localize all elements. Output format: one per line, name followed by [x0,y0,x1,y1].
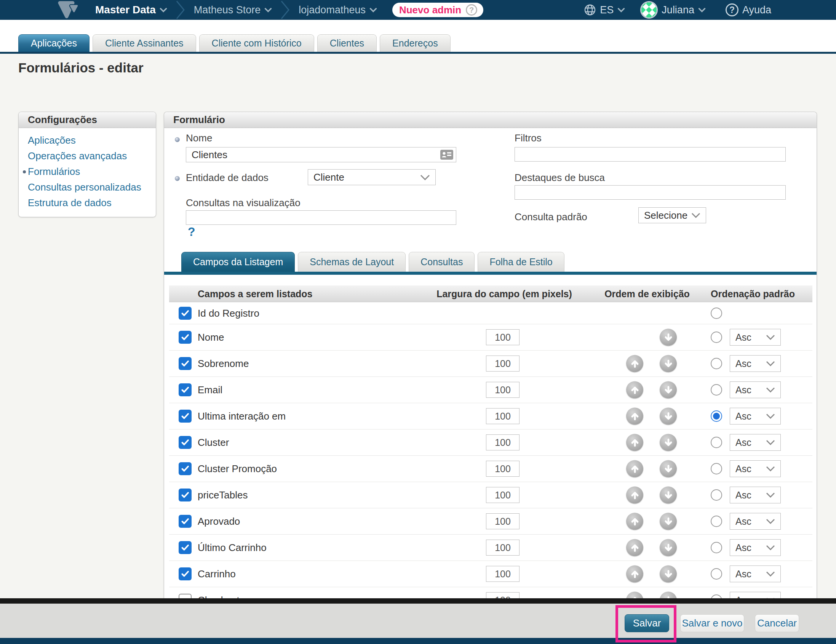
field-checkbox[interactable] [179,594,191,598]
move-up-button[interactable] [626,566,643,583]
destaques-input[interactable] [514,185,786,200]
consultas-input[interactable] [186,210,456,225]
default-sort-radio[interactable] [711,542,722,553]
field-width-input[interactable] [486,592,519,598]
default-sort-radio[interactable] [711,437,722,448]
move-down-button[interactable] [660,355,677,372]
field-checkbox[interactable] [179,383,191,396]
move-down-button[interactable] [660,487,677,504]
default-sort-radio[interactable] [711,568,722,580]
move-up-button[interactable] [626,408,643,425]
default-sort-radio[interactable] [711,358,722,369]
move-up-button[interactable] [626,381,643,399]
move-down-button[interactable] [660,513,677,530]
sort-direction-select[interactable]: Asc [730,592,781,598]
default-sort-radio[interactable] [711,516,722,527]
move-down-button[interactable] [660,566,677,583]
help-circle-icon[interactable]: ? [466,4,477,16]
move-up-button[interactable] [626,460,643,477]
tab-campos-da-listagem[interactable]: Campos da Listagem [181,252,295,272]
field-width-input[interactable] [486,513,519,529]
default-sort-radio[interactable] [711,463,722,474]
tab-cliente-com-historico[interactable]: Cliente com Histórico [199,34,314,52]
move-down-button[interactable] [660,434,677,451]
field-checkbox[interactable] [179,410,191,423]
sidebar-item-formularios[interactable]: Formulários [19,164,156,180]
default-sort-radio[interactable] [711,384,722,396]
move-down-button[interactable] [660,329,677,346]
field-width-input[interactable] [486,435,519,450]
field-checkbox[interactable] [179,567,191,580]
sort-direction-select[interactable]: Asc [730,487,781,503]
default-sort-radio[interactable] [711,489,722,501]
tab-clientes[interactable]: Clientes [317,34,377,52]
move-up-button[interactable] [626,434,643,451]
sidebar-item-aplicacoes[interactable]: Aplicações [19,132,156,148]
sort-direction-select[interactable]: Asc [730,460,781,477]
move-down-button[interactable] [660,592,677,599]
tab-aplicacoes[interactable]: Aplicações [18,34,90,52]
field-width-input[interactable] [486,461,519,477]
move-down-button[interactable] [660,381,677,399]
sidebar-item-consultas-personalizadas[interactable]: Consultas personalizadas [19,180,156,195]
field-checkbox[interactable] [179,462,191,475]
breadcrumb-store[interactable]: Matheus Store [194,4,272,16]
field-width-input[interactable] [486,329,519,345]
sidebar-item-operacoes-avancadas[interactable]: Operações avançadas [19,148,156,164]
field-width-input[interactable] [486,539,519,556]
move-down-button[interactable] [660,460,677,477]
move-down-button[interactable] [660,408,677,425]
field-checkbox[interactable] [179,489,191,502]
field-checkbox[interactable] [179,331,191,344]
default-sort-radio[interactable] [711,332,722,343]
sort-direction-select[interactable]: Asc [730,434,781,451]
move-down-button[interactable] [660,539,677,556]
sort-direction-select[interactable]: Asc [730,513,781,530]
vtex-logo[interactable] [58,1,78,19]
consulta-padrao-select[interactable]: Selecione [638,207,706,223]
field-width-input[interactable] [486,487,519,503]
breadcrumb-product[interactable]: Master Data [95,4,167,16]
tab-cliente-assinantes[interactable]: Cliente Assinantes [93,34,196,52]
nuevo-admin-badge[interactable]: Nuevo admin ? [392,3,483,17]
sort-direction-select[interactable]: Asc [730,329,781,346]
tab-folha-de-estilo[interactable]: Folha de Estilo [478,252,564,272]
move-up-button[interactable] [626,513,643,530]
tab-consultas[interactable]: Consultas [409,252,475,272]
field-width-input[interactable] [486,566,519,582]
field-checkbox[interactable] [179,307,191,320]
filtros-input[interactable] [514,147,786,162]
move-up-button[interactable] [626,355,643,372]
consultas-help-icon[interactable]: ? [188,225,195,239]
contact-card-icon[interactable] [440,150,453,161]
sort-direction-select[interactable]: Asc [730,355,781,372]
field-width-input[interactable] [486,356,519,371]
help-menu[interactable]: ? Ayuda [725,3,771,16]
move-up-button[interactable] [626,592,643,599]
tab-enderecos[interactable]: Endereços [380,34,451,52]
default-sort-radio[interactable] [711,595,722,598]
breadcrumb-account[interactable]: lojadomatheus [299,4,377,16]
sort-direction-select[interactable]: Asc [730,539,781,556]
save-button[interactable]: Salvar [625,614,669,632]
save-and-new-button[interactable]: Salvar e novo [680,614,744,632]
field-checkbox[interactable] [179,357,191,370]
sort-direction-select[interactable]: Asc [730,566,781,582]
field-checkbox[interactable] [179,436,191,449]
field-checkbox[interactable] [179,515,191,528]
tab-schemas-de-layout[interactable]: Schemas de Layout [298,252,406,272]
default-sort-radio[interactable] [711,307,722,319]
field-width-input[interactable] [486,382,519,398]
default-sort-radio[interactable] [711,410,722,422]
nome-input[interactable] [186,147,456,162]
sidebar-item-estrutura-de-dados[interactable]: Estrutura de dados [19,195,156,211]
field-width-input[interactable] [486,408,519,424]
entidade-select[interactable]: Cliente [308,169,436,185]
sort-direction-select[interactable]: Asc [730,381,781,398]
cancel-button[interactable]: Cancelar [755,614,799,632]
move-up-button[interactable] [626,487,643,504]
sort-direction-select[interactable]: Asc [730,408,781,425]
user-menu[interactable]: Juliana [640,1,706,19]
language-selector[interactable]: ES [584,4,625,16]
field-checkbox[interactable] [179,541,191,554]
